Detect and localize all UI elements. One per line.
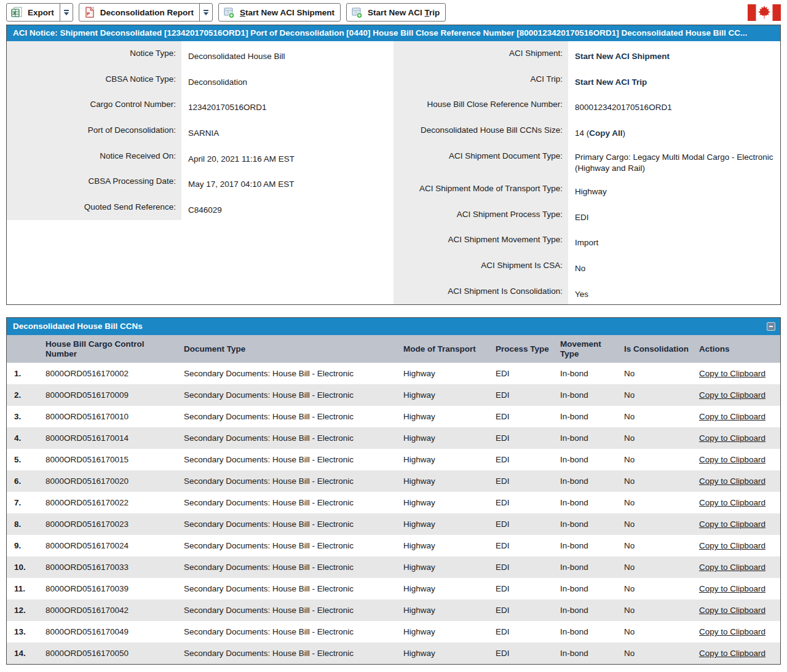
- aci-shipment-is-csa-value: No: [568, 253, 780, 279]
- notice-type-row: Notice Type: Deconsolidated House Bill: [7, 41, 394, 67]
- export-dropdown-arrow[interactable]: [60, 4, 73, 21]
- house-bill-cargo-control-number: 8000ORD0516170009: [41, 384, 179, 406]
- process-type: EDI: [491, 642, 555, 664]
- document-type: Secondary Documents: House Bill - Electr…: [179, 492, 398, 513]
- collapse-panel-button[interactable]: [767, 322, 775, 331]
- port-of-deconsolidation-row: Port of Deconsolidation: SARNIA: [7, 118, 394, 144]
- is-consolidation: No: [619, 406, 694, 427]
- is-consolidation: No: [619, 470, 694, 492]
- document-type: Secondary Documents: House Bill - Electr…: [179, 513, 398, 535]
- is-consolidation: No: [619, 427, 694, 449]
- aci-notice-panel: ACI Notice: Shipment Deconsolidated [123…: [6, 25, 781, 305]
- process-type: EDI: [491, 406, 555, 427]
- deconsolidation-report-button[interactable]: P Deconsolidation Report: [79, 3, 213, 22]
- aci-shipment-process-type-value: EDI: [568, 202, 780, 228]
- quoted-send-reference-label: Quoted Send Reference:: [7, 195, 181, 221]
- mode-of-transport: Highway: [398, 406, 491, 427]
- house-bill-close-reference-number-value: 8000123420170516ORD1: [568, 92, 780, 118]
- cbsa-notice-type-label: CBSA Notice Type:: [7, 67, 181, 93]
- aci-trip-value: Start New ACI Trip: [568, 67, 780, 93]
- cbsa-notice-type-value: Deconsolidation: [181, 67, 394, 93]
- start-new-aci-shipment-button[interactable]: Start New ACI Shipment: [218, 3, 341, 22]
- process-type: EDI: [491, 556, 555, 578]
- cbsa-notice-type-row: CBSA Notice Type: Deconsolidation: [7, 67, 394, 93]
- row-number: 14.: [7, 642, 41, 664]
- copy-to-clipboard-link[interactable]: Copy to Clipboard: [699, 433, 765, 443]
- house-bill-cargo-control-number: 8000ORD0516170014: [41, 427, 179, 449]
- row-number: 2.: [7, 384, 41, 406]
- copy-to-clipboard-link[interactable]: Copy to Clipboard: [699, 563, 765, 572]
- document-type: Secondary Documents: House Bill - Electr…: [179, 363, 398, 384]
- house-bill-cargo-control-number: 8000ORD0516170042: [41, 599, 179, 621]
- house-bill-cargo-control-number-header: House Bill Cargo Control Number: [41, 335, 179, 363]
- table-panel-title-bar: Deconsolidated House Bill CCNs: [7, 318, 780, 335]
- movement-type: In-bond: [555, 384, 619, 406]
- aci-shipment-document-type-value: Primary Cargo: Legacy Multi Modal Cargo …: [568, 144, 780, 176]
- is-consolidation: No: [619, 384, 694, 406]
- movement-type: In-bond: [555, 599, 619, 621]
- aci-shipment-is-consolidation-label: ACI Shipment Is Consolidation:: [394, 279, 568, 305]
- table-header-row: House Bill Cargo Control NumberDocument …: [7, 335, 780, 363]
- is-consolidation: No: [619, 363, 694, 384]
- aci-shipment-document-type-row: ACI Shipment Document Type: Primary Carg…: [394, 144, 780, 176]
- export-button[interactable]: X Export: [6, 3, 73, 22]
- cargo-control-number-value: 123420170516ORD1: [181, 92, 394, 118]
- process-type: EDI: [491, 513, 555, 535]
- row-number: 13.: [7, 621, 41, 642]
- process-type: EDI: [491, 621, 555, 642]
- notice-received-on-row: Notice Received On: April 20, 2021 11:16…: [7, 144, 394, 170]
- mode-of-transport: Highway: [398, 642, 491, 664]
- table-row: 3. 8000ORD0516170010 Secondary Documents…: [7, 406, 780, 427]
- start-new-aci-trip-button[interactable]: Start New ACI Trip: [346, 3, 446, 22]
- mode-of-transport: Highway: [398, 599, 491, 621]
- new-form-icon: [223, 7, 235, 18]
- movement-type: In-bond: [555, 642, 619, 664]
- aci-shipment-row: ACI Shipment: Start New ACI Shipment: [394, 41, 780, 67]
- copy-to-clipboard-link[interactable]: Copy to Clipboard: [699, 520, 765, 529]
- copy-to-clipboard-link[interactable]: Copy to Clipboard: [699, 584, 765, 593]
- start-new-aci-shipment-link[interactable]: Start New ACI Shipment: [575, 52, 670, 61]
- mode-of-transport: Highway: [398, 470, 491, 492]
- copy-to-clipboard-link[interactable]: Copy to Clipboard: [699, 649, 765, 658]
- start-new-aci-trip-link[interactable]: Start New ACI Trip: [575, 77, 647, 87]
- is-consolidation: No: [619, 535, 694, 556]
- copy-to-clipboard-link[interactable]: Copy to Clipboard: [699, 498, 765, 507]
- movement-type: In-bond: [555, 621, 619, 642]
- row-number: 10.: [7, 556, 41, 578]
- start-new-aci-shipment-label: Start New ACI Shipment: [235, 8, 334, 17]
- aci-shipment-is-consolidation-row: ACI Shipment Is Consolidation: Yes: [394, 279, 780, 305]
- notice-right-column: ACI Shipment: Start New ACI Shipment ACI…: [394, 41, 780, 304]
- copy-to-clipboard-link[interactable]: Copy to Clipboard: [699, 390, 765, 400]
- mode-of-transport: Highway: [398, 513, 491, 535]
- new-form-icon: [351, 7, 363, 18]
- copy-to-clipboard-link[interactable]: Copy to Clipboard: [699, 627, 765, 636]
- copy-to-clipboard-link[interactable]: Copy to Clipboard: [699, 369, 765, 378]
- notice-type-label: Notice Type:: [7, 41, 181, 67]
- copy-to-clipboard-link[interactable]: Copy to Clipboard: [699, 606, 765, 615]
- is-consolidation: No: [619, 556, 694, 578]
- toolbar: X Export P Deconsolidation Report: [0, 0, 787, 22]
- mode-of-transport: Highway: [398, 492, 491, 513]
- mode-of-transport: Highway: [398, 427, 491, 449]
- table-row: 10. 8000ORD0516170033 Secondary Document…: [7, 556, 780, 578]
- row-number: 12.: [7, 599, 41, 621]
- svg-text:P: P: [87, 11, 90, 17]
- copy-to-clipboard-link[interactable]: Copy to Clipboard: [699, 476, 765, 486]
- copy-to-clipboard-link[interactable]: Copy to Clipboard: [699, 455, 765, 464]
- mode-of-transport: Highway: [398, 384, 491, 406]
- row-number: 7.: [7, 492, 41, 513]
- copy-all-link[interactable]: Copy All: [589, 128, 622, 138]
- report-dropdown-arrow[interactable]: [199, 4, 212, 21]
- document-type: Secondary Documents: House Bill - Electr…: [179, 535, 398, 556]
- table-row: 5. 8000ORD0516170015 Secondary Documents…: [7, 449, 780, 470]
- copy-to-clipboard-link[interactable]: Copy to Clipboard: [699, 541, 765, 550]
- movement-type: In-bond: [555, 406, 619, 427]
- is-consolidation: No: [619, 513, 694, 535]
- notice-received-on-label: Notice Received On:: [7, 144, 181, 170]
- process-type: EDI: [491, 449, 555, 470]
- is-consolidation: No: [619, 621, 694, 642]
- row-number: 9.: [7, 535, 41, 556]
- is-consolidation: No: [619, 492, 694, 513]
- copy-to-clipboard-link[interactable]: Copy to Clipboard: [699, 412, 765, 421]
- deconsolidation-report-button-label: Deconsolidation Report: [95, 8, 194, 17]
